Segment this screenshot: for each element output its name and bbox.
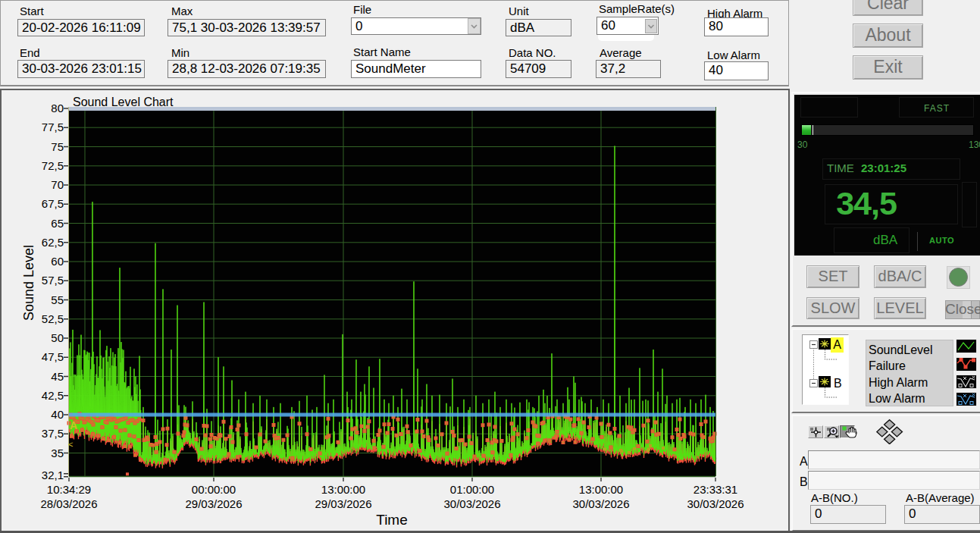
svg-text:00:00:00: 00:00:00 — [192, 483, 236, 496]
svg-text:A: A — [70, 419, 77, 431]
svg-text:42,5: 42,5 — [42, 389, 64, 402]
svg-text:62,5: 62,5 — [42, 236, 64, 249]
svg-text:28/03/2026: 28/03/2026 — [40, 497, 97, 510]
svg-text:30/03/2026: 30/03/2026 — [572, 497, 629, 510]
svg-text:32,1: 32,1 — [42, 469, 64, 481]
svg-text:77,5: 77,5 — [42, 121, 64, 133]
svg-text:13:00:00: 13:00:00 — [579, 483, 623, 496]
svg-text:13:00:00: 13:00:00 — [321, 483, 365, 496]
svg-text:37,5: 37,5 — [42, 427, 64, 440]
svg-text:80: 80 — [51, 102, 64, 114]
svg-text:01:00:00: 01:00:00 — [450, 483, 494, 496]
svg-text:60: 60 — [51, 255, 64, 268]
svg-text:45: 45 — [51, 370, 64, 383]
svg-text:75: 75 — [51, 140, 64, 153]
svg-text:65: 65 — [51, 217, 64, 230]
svg-text:52,5: 52,5 — [42, 312, 64, 325]
svg-text:70: 70 — [51, 178, 64, 191]
svg-text:23:33:31: 23:33:31 — [694, 483, 737, 496]
svg-text:72,5: 72,5 — [42, 159, 64, 172]
svg-text:57,5: 57,5 — [42, 274, 64, 287]
svg-text:47,5: 47,5 — [42, 350, 64, 363]
svg-text:Time: Time — [376, 512, 408, 528]
svg-text:55: 55 — [51, 293, 64, 306]
svg-text:50: 50 — [51, 331, 64, 344]
svg-text:29/03/2026: 29/03/2026 — [315, 497, 371, 510]
svg-text:<: < — [68, 440, 73, 449]
svg-text:30/03/2026: 30/03/2026 — [687, 497, 744, 510]
svg-text:Sound Level: Sound Level — [21, 245, 36, 321]
svg-text:10:34:29: 10:34:29 — [47, 483, 91, 496]
svg-text:67,5: 67,5 — [42, 197, 64, 210]
svg-text:35: 35 — [51, 447, 64, 459]
svg-text:Sound Level Chart: Sound Level Chart — [73, 96, 174, 108]
svg-text:40: 40 — [51, 408, 64, 421]
svg-text:30/03/2026: 30/03/2026 — [443, 497, 500, 510]
svg-text:29/03/2026: 29/03/2026 — [185, 497, 242, 510]
